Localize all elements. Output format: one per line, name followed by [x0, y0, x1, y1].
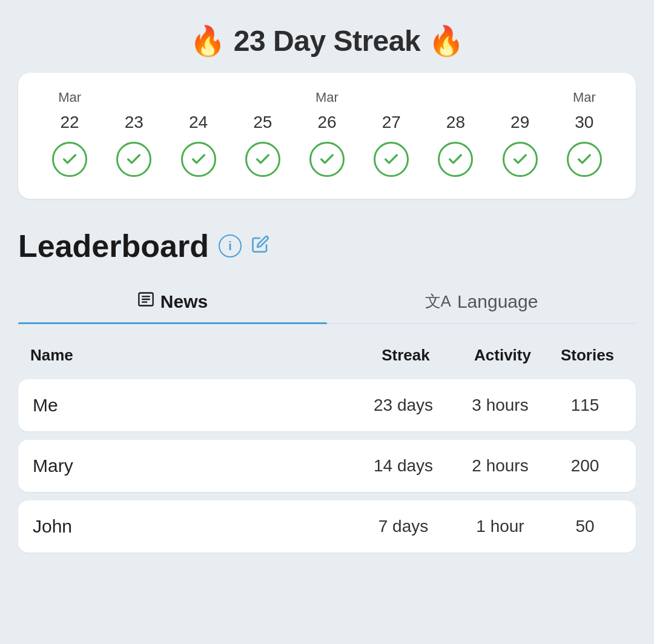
calendar-check	[102, 137, 166, 182]
calendar-grid: MarMarMar222324252627282930	[38, 90, 616, 182]
check-circle	[181, 142, 216, 177]
calendar-check	[552, 137, 616, 182]
tab-label: Language	[457, 291, 538, 312]
tabs: News文ALanguage	[18, 281, 636, 324]
header-stories: Stories	[551, 346, 624, 365]
calendar-day: 30	[552, 108, 616, 137]
calendar-check	[423, 137, 487, 182]
calendar-day: 22	[38, 108, 102, 137]
check-circle	[567, 142, 602, 177]
calendar-month	[423, 90, 487, 108]
cell-streak: 14 days	[355, 456, 452, 476]
calendar-check	[295, 137, 359, 182]
cell-streak: 23 days	[355, 396, 452, 415]
header-name: Name	[30, 346, 357, 365]
header-streak: Streak	[357, 346, 454, 365]
table-row: John7 days1 hour50	[18, 500, 636, 553]
cell-name: John	[33, 516, 355, 537]
table-row: Mary14 days2 hours200	[18, 440, 636, 492]
calendar-month: Mar	[295, 90, 359, 108]
tab-news[interactable]: News	[18, 281, 327, 323]
calendar-check	[231, 137, 295, 182]
cell-activity: 2 hours	[452, 456, 549, 476]
calendar-day: 26	[295, 108, 359, 137]
cell-stories: 115	[549, 396, 621, 415]
check-circle	[438, 142, 473, 177]
calendar-day: 28	[423, 108, 487, 137]
table-body: Me23 days3 hours115Mary14 days2 hours200…	[18, 379, 636, 553]
calendar-day: 27	[359, 108, 423, 137]
check-circle	[245, 142, 280, 177]
table-row: Me23 days3 hours115	[18, 379, 636, 431]
tab-language[interactable]: 文ALanguage	[327, 281, 636, 323]
check-circle	[116, 142, 151, 177]
cell-activity: 1 hour	[452, 517, 549, 536]
news-icon	[137, 291, 154, 312]
calendar-month: Mar	[552, 90, 616, 108]
leaderboard-header: Leaderboard i	[18, 228, 636, 264]
calendar-month	[166, 90, 230, 108]
calendar-month	[488, 90, 552, 108]
calendar-month	[359, 90, 423, 108]
cell-activity: 3 hours	[452, 396, 549, 415]
cell-name: Me	[33, 395, 355, 416]
calendar-check	[488, 137, 552, 182]
tab-label: News	[160, 291, 208, 312]
calendar-month	[231, 90, 295, 108]
header-activity: Activity	[454, 346, 551, 365]
language-icon: 文A	[425, 291, 451, 312]
table-header: NameStreakActivityStories	[18, 339, 636, 372]
leaderboard-section: Leaderboard i News文ALanguage NameStreakA…	[18, 228, 636, 553]
calendar-day: 24	[166, 108, 230, 137]
leaderboard-title: Leaderboard	[18, 228, 209, 264]
streak-count: 23 Day Streak	[234, 25, 420, 57]
calendar-month: Mar	[38, 90, 102, 108]
check-circle	[52, 142, 87, 177]
calendar-check	[38, 137, 102, 182]
info-icon[interactable]: i	[219, 234, 242, 257]
calendar-check	[166, 137, 230, 182]
info-label: i	[228, 239, 232, 253]
cell-name: Mary	[33, 456, 355, 476]
edit-icon[interactable]	[251, 235, 269, 257]
cell-stories: 200	[549, 456, 621, 476]
cell-streak: 7 days	[355, 517, 452, 536]
check-circle	[503, 142, 538, 177]
calendar-day: 29	[488, 108, 552, 137]
calendar-card: MarMarMar222324252627282930	[18, 73, 636, 199]
calendar-month	[102, 90, 166, 108]
check-circle	[309, 142, 345, 177]
cell-stories: 50	[549, 517, 621, 536]
check-circle	[374, 142, 409, 177]
calendar-day: 23	[102, 108, 166, 137]
fire-emoji-left: 🔥	[190, 25, 226, 57]
calendar-check	[359, 137, 423, 182]
calendar-day: 25	[231, 108, 295, 137]
streak-title: 🔥 23 Day Streak 🔥	[18, 24, 636, 58]
fire-emoji-right: 🔥	[428, 25, 464, 57]
